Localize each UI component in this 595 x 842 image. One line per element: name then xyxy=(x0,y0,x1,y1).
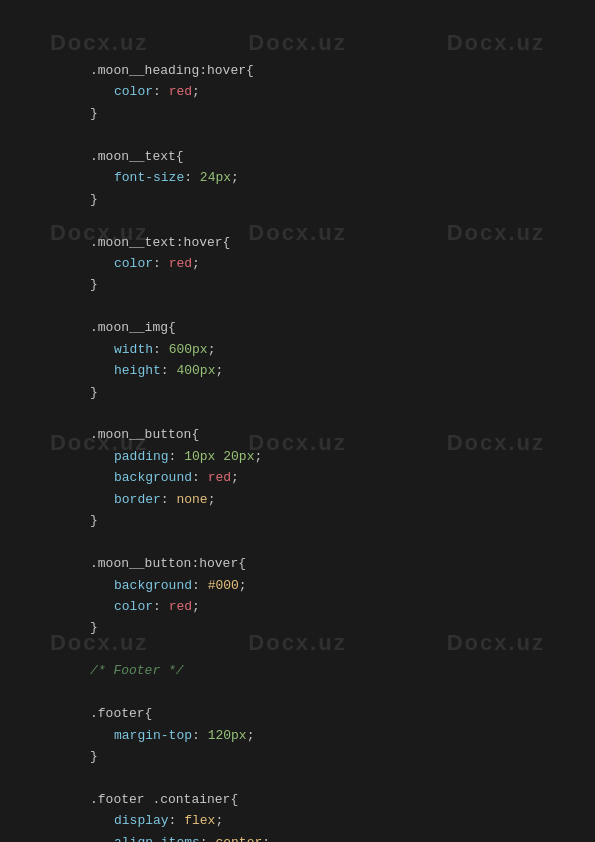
code-line: } xyxy=(90,382,595,403)
css-semicolon: ; xyxy=(215,813,223,828)
css-colon: : xyxy=(153,256,169,271)
code-line: .moon__heading:hover{ xyxy=(90,60,595,81)
css-brace: } xyxy=(90,620,98,635)
code-line: background: red; xyxy=(90,467,595,488)
blank-line xyxy=(90,403,595,424)
css-property: padding xyxy=(114,449,169,464)
css-colon: : xyxy=(161,492,177,507)
css-semicolon: ; xyxy=(192,84,200,99)
css-brace: } xyxy=(90,749,98,764)
code-line: .footer{ xyxy=(90,703,595,724)
code-line: .moon__button{ xyxy=(90,424,595,445)
css-colon: : xyxy=(161,363,177,378)
css-value: red xyxy=(169,599,192,614)
blank-line xyxy=(90,296,595,317)
css-property: background xyxy=(114,470,192,485)
code-line: } xyxy=(90,103,595,124)
code-line: align-items: center; xyxy=(90,832,595,842)
css-selector: .footer{ xyxy=(90,706,152,721)
blank-line xyxy=(90,767,595,788)
css-property: background xyxy=(114,578,192,593)
css-selector: .moon__button:hover{ xyxy=(90,556,246,571)
css-colon: : xyxy=(192,728,208,743)
css-colon: : xyxy=(169,813,185,828)
css-brace: } xyxy=(90,513,98,528)
css-property: color xyxy=(114,599,153,614)
css-semicolon: ; xyxy=(247,728,255,743)
code-line: font-size: 24px; xyxy=(90,167,595,188)
css-value: red xyxy=(208,470,231,485)
code-line: color: red; xyxy=(90,253,595,274)
css-colon: : xyxy=(153,599,169,614)
code-line: width: 600px; xyxy=(90,339,595,360)
css-selector: .moon__img{ xyxy=(90,320,176,335)
css-semicolon: ; xyxy=(208,492,216,507)
blank-line xyxy=(90,682,595,703)
css-semicolon: ; xyxy=(192,599,200,614)
code-line: } xyxy=(90,617,595,638)
code-line: } xyxy=(90,510,595,531)
css-selector: .footer .container{ xyxy=(90,792,238,807)
css-value: center xyxy=(215,835,262,842)
code-line-comment: /* Footer */ xyxy=(90,660,595,681)
css-property: width xyxy=(114,342,153,357)
css-property: color xyxy=(114,84,153,99)
css-semicolon: ; xyxy=(192,256,200,271)
code-line: } xyxy=(90,274,595,295)
css-semicolon: ; xyxy=(262,835,270,842)
css-value: #000 xyxy=(208,578,239,593)
code-line: height: 400px; xyxy=(90,360,595,381)
code-line: margin-top: 120px; xyxy=(90,725,595,746)
code-editor: .moon__heading:hover{ color: red; } .moo… xyxy=(0,0,595,842)
css-value: 600px xyxy=(169,342,208,357)
css-semicolon: ; xyxy=(208,342,216,357)
css-property: color xyxy=(114,256,153,271)
code-line: .footer .container{ xyxy=(90,789,595,810)
code-line: .moon__img{ xyxy=(90,317,595,338)
css-brace: } xyxy=(90,277,98,292)
code-line: background: #000; xyxy=(90,575,595,596)
css-value: red xyxy=(169,256,192,271)
code-line: border: none; xyxy=(90,489,595,510)
css-colon: : xyxy=(184,170,200,185)
blank-line xyxy=(90,532,595,553)
css-semicolon: ; xyxy=(231,170,239,185)
css-colon: : xyxy=(169,449,185,464)
css-property: align-items xyxy=(114,835,200,842)
css-semicolon: ; xyxy=(231,470,239,485)
css-comment: /* Footer */ xyxy=(90,663,184,678)
code-line: } xyxy=(90,189,595,210)
css-value: 24px xyxy=(200,170,231,185)
css-colon: : xyxy=(200,835,216,842)
css-property: height xyxy=(114,363,161,378)
code-line: .moon__text:hover{ xyxy=(90,232,595,253)
css-selector: .moon__text:hover{ xyxy=(90,235,230,250)
code-line: color: red; xyxy=(90,81,595,102)
css-value: red xyxy=(169,84,192,99)
css-brace: } xyxy=(90,385,98,400)
code-line: display: flex; xyxy=(90,810,595,831)
css-selector: .moon__heading:hover{ xyxy=(90,63,254,78)
css-property: margin-top xyxy=(114,728,192,743)
css-property: font-size xyxy=(114,170,184,185)
css-value: none xyxy=(176,492,207,507)
css-selector: .moon__text{ xyxy=(90,149,184,164)
code-line: } xyxy=(90,746,595,767)
code-line: color: red; xyxy=(90,596,595,617)
css-value: flex xyxy=(184,813,215,828)
css-value: 400px xyxy=(176,363,215,378)
css-colon: : xyxy=(192,578,208,593)
blank-line xyxy=(90,210,595,231)
css-property: border xyxy=(114,492,161,507)
css-semicolon: ; xyxy=(254,449,262,464)
css-value: 120px xyxy=(208,728,247,743)
css-colon: : xyxy=(153,342,169,357)
css-brace: } xyxy=(90,192,98,207)
css-semicolon: ; xyxy=(215,363,223,378)
blank-line xyxy=(90,124,595,145)
code-line: .moon__button:hover{ xyxy=(90,553,595,574)
css-semicolon: ; xyxy=(239,578,247,593)
code-line: padding: 10px 20px; xyxy=(90,446,595,467)
css-property: display xyxy=(114,813,169,828)
css-colon: : xyxy=(192,470,208,485)
